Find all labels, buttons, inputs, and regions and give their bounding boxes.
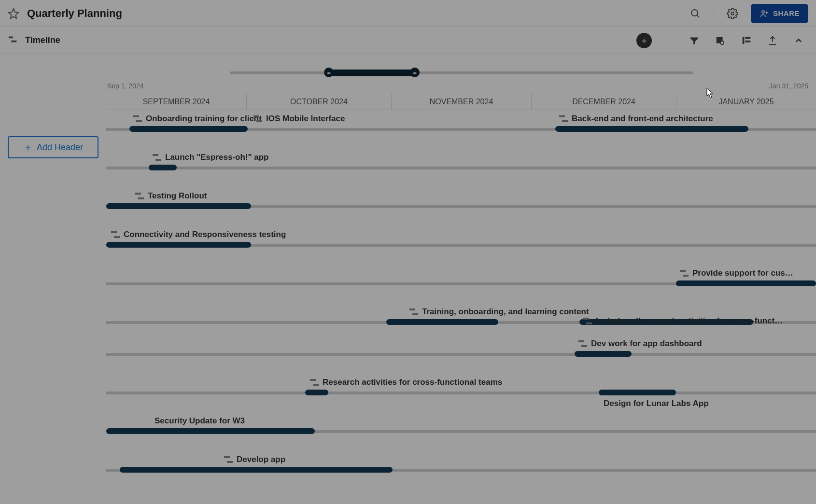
contacts-button[interactable]: [711, 31, 730, 50]
timeline-bar-label-text: Connectivity and Responsiveness testing: [124, 230, 286, 239]
subtask-icon: [583, 318, 592, 324]
svg-rect-12: [745, 37, 750, 39]
svg-point-3: [762, 11, 764, 13]
subtask-icon: [578, 340, 587, 347]
subtask-icon: [680, 270, 689, 277]
timeline-bar[interactable]: [120, 467, 393, 473]
timeline-bar-label-text: Research activities for cross-functional…: [323, 378, 502, 387]
timeline-bar-label[interactable]: Provide support for cus…: [680, 268, 793, 278]
svg-line-1: [697, 15, 699, 17]
range-slider-handle-left[interactable]: ◂▸: [324, 68, 334, 77]
timeline-row: Develop app: [106, 451, 816, 490]
subtask-icon: [153, 154, 161, 161]
timeline-row-track: [106, 167, 816, 169]
timeline-row: Onboarding training for clientBack-end a…: [106, 110, 816, 149]
view-name[interactable]: Timeline: [25, 35, 60, 45]
timeline-row: Connectivity and Responsiveness testing: [106, 226, 816, 265]
search-button[interactable]: [685, 3, 706, 24]
share-button[interactable]: SHARE: [751, 4, 808, 23]
range-slider-handle-right[interactable]: ◂▸: [410, 68, 420, 77]
add-header-label: Add Header: [37, 142, 83, 153]
subtask-icon: [224, 456, 233, 463]
timeline-bar-label-text: Design for Lunar Labs App: [604, 399, 709, 408]
timeline-bar-label-text: Back-end and front-end architecture: [572, 114, 713, 124]
timeline-bar-label[interactable]: Training, onboarding, and learning conte…: [409, 307, 589, 317]
timeline-bar-label-text: Includes all research activities for cro…: [596, 316, 783, 326]
timeline-bar-label[interactable]: Dev work for app dashboard: [578, 339, 702, 349]
page-title: Quarterly Planning: [27, 7, 122, 20]
cursor-icon: [706, 88, 714, 98]
share-icon: [760, 9, 769, 18]
svg-rect-6: [9, 36, 13, 38]
timeline-bar-label[interactable]: Design for Lunar Labs App: [604, 399, 709, 408]
timeline-bar[interactable]: [106, 428, 315, 434]
timeline-row: Testing Rollout: [106, 187, 816, 226]
share-label: SHARE: [773, 9, 800, 17]
layout-button[interactable]: [737, 31, 756, 50]
timeline-bar-label[interactable]: Back-end and front-end architecture: [559, 114, 713, 124]
timeline-bar-label[interactable]: Testing Rollout: [135, 191, 207, 201]
timeline-row: Research activities for cross-functional…: [106, 374, 816, 412]
timeline-bar[interactable]: [305, 390, 328, 395]
timeline-bar[interactable]: [386, 319, 498, 325]
subtask-icon: [310, 379, 319, 386]
timeline-bar-label[interactable]: IOS Mobile Interface: [253, 114, 345, 124]
export-button[interactable]: [763, 31, 782, 50]
svg-rect-7: [11, 40, 16, 42]
timeline-bar-label[interactable]: Research activities for cross-functional…: [310, 378, 502, 387]
timeline-bar-label-text: Dev work for app dashboard: [591, 339, 702, 349]
svg-rect-13: [745, 41, 750, 42]
timeline-bar[interactable]: [599, 390, 676, 395]
timeline-row: Dev work for app dashboard: [106, 335, 816, 374]
timeline-bar-label-text: Training, onboarding, and learning conte…: [422, 307, 589, 317]
divider: [714, 6, 714, 21]
timeline-bar-label-text: IOS Mobile Interface: [266, 114, 345, 124]
subtask-icon: [409, 308, 418, 315]
filter-button[interactable]: [685, 31, 704, 50]
timeline-bar-label[interactable]: Connectivity and Responsiveness testing: [111, 230, 286, 239]
add-button[interactable]: ＋: [636, 33, 652, 48]
timeline-bar[interactable]: [676, 280, 816, 286]
timeline-row: Provide support for cus…: [106, 265, 816, 303]
timeline-bar-label[interactable]: Launch "Espress-oh!" app: [153, 153, 268, 162]
timeline-bar[interactable]: [129, 126, 248, 132]
timeline-bar[interactable]: [106, 242, 251, 248]
favorite-star-icon[interactable]: [8, 8, 19, 19]
month-header-cell: SEPTEMBER 2024: [106, 94, 246, 110]
month-header-cell: JANUARY 2025: [676, 94, 816, 110]
timeline-bar-label[interactable]: Security Update for W3: [155, 416, 245, 426]
timeline-row: Launch "Espress-oh!" app: [106, 149, 816, 187]
subtask-icon: [135, 193, 144, 199]
timeline-row-track: [106, 353, 816, 356]
timeline-bar-label-text: Develop app: [237, 455, 285, 464]
svg-point-0: [691, 10, 698, 16]
subtask-icon: [559, 115, 568, 122]
month-header-cell: DECEMBER 2024: [531, 94, 676, 110]
timeline-end-date: Jan 31, 2025: [769, 82, 808, 90]
timeline-start-date: Sep 1, 2024: [107, 82, 144, 90]
settings-button[interactable]: [722, 3, 743, 24]
timeline-bar[interactable]: [555, 126, 748, 132]
timeline-bar[interactable]: [106, 203, 251, 209]
subtask-icon: [111, 231, 120, 238]
timeline-bar-label-text: Testing Rollout: [148, 191, 207, 201]
timeline-view-icon: [8, 34, 18, 47]
svg-point-2: [731, 12, 734, 15]
subtask-icon: [133, 115, 142, 122]
timeline-bar-label-text: Launch "Espress-oh!" app: [165, 153, 268, 162]
range-slider-selection[interactable]: [329, 70, 415, 76]
timeline-row: Security Update for W3: [106, 412, 816, 451]
timeline-bar-label-text: Security Update for W3: [155, 416, 245, 426]
timeline-bar-label[interactable]: Includes all research activities for cro…: [583, 316, 783, 326]
timeline-bar-label[interactable]: Develop app: [224, 455, 285, 464]
plus-icon: ＋: [23, 142, 33, 152]
month-header-cell: OCTOBER 2024: [246, 94, 391, 110]
timeline-bar[interactable]: [575, 351, 632, 357]
range-slider-track[interactable]: ◂▸ ◂▸: [230, 71, 693, 74]
subtask-icon: [253, 115, 262, 122]
add-header-button[interactable]: ＋ Add Header: [8, 136, 98, 158]
collapse-button[interactable]: [789, 31, 808, 50]
timeline-bar-label-text: Provide support for cus…: [692, 268, 793, 278]
timeline-bar-label[interactable]: Onboarding training for client: [133, 114, 262, 124]
timeline-bar[interactable]: [149, 165, 177, 170]
